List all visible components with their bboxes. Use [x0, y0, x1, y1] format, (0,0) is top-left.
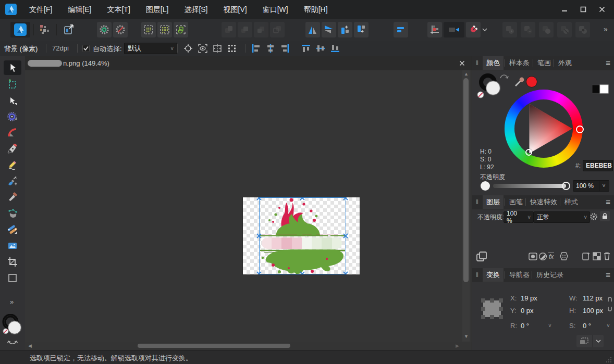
designer-persona-button[interactable] [10, 22, 30, 37]
auto-select-checkbox[interactable] [82, 45, 90, 52]
menu-select[interactable]: 选择[S] [182, 0, 210, 19]
snapping-button[interactable] [466, 22, 481, 37]
link-dimensions-icon[interactable] [607, 297, 612, 311]
boolean-add-button[interactable] [502, 22, 517, 37]
close-button[interactable] [594, 3, 610, 16]
fill-tool[interactable] [4, 206, 21, 221]
menu-view[interactable]: 视图[V] [222, 0, 249, 19]
transform-origin-toggle-icon[interactable] [183, 44, 193, 53]
menu-text[interactable]: 文本[T] [105, 0, 132, 19]
scroll-left-icon[interactable]: ◀ [28, 343, 32, 348]
point-transform-tool[interactable] [4, 109, 21, 124]
adjustment-layer-icon[interactable] [538, 252, 547, 261]
selection-box-toggle[interactable] [444, 22, 464, 37]
panel-grip-icon[interactable]: ‖ [476, 198, 479, 206]
boolean-combine-button[interactable] [575, 22, 590, 37]
move-to-front-button[interactable] [222, 22, 236, 37]
pen-tool[interactable] [4, 142, 21, 156]
lock-layer-button[interactable] [600, 211, 610, 221]
tab-styles[interactable]: 样式 [561, 195, 582, 209]
knife-tool[interactable] [4, 190, 21, 205]
resize-grip-icon[interactable] [606, 357, 612, 363]
document-tab-title[interactable]: n.png (149.4%) [63, 59, 109, 67]
add-layer-icon[interactable] [582, 252, 591, 261]
auto-select-dropdown[interactable]: 默认 ˅ [124, 43, 177, 54]
blend-options-gear-icon[interactable] [590, 212, 598, 221]
tab-quick-fx[interactable]: 快速特效 [526, 195, 561, 209]
live-filter-icon[interactable] [559, 252, 569, 261]
tab-appearance[interactable]: 外观 [555, 56, 575, 70]
export-persona-button[interactable] [59, 22, 78, 37]
color-picker-icon[interactable] [514, 76, 525, 87]
move-backward-button[interactable] [254, 22, 268, 37]
tab-transform[interactable]: 变换 [483, 268, 504, 282]
y-value[interactable]: 0 px [521, 307, 534, 315]
hue-ring-selector[interactable] [576, 125, 584, 133]
scroll-right-icon[interactable]: ▶ [456, 343, 459, 348]
panel-grip-icon[interactable]: ‖ [476, 271, 479, 279]
add-mask-checker-icon[interactable] [593, 252, 601, 260]
anchor-point-selector[interactable] [481, 298, 503, 319]
rotate-ccw-button[interactable] [338, 22, 352, 37]
flip-vertical-button[interactable] [322, 22, 336, 37]
transform-separately-toggle-icon[interactable] [213, 44, 222, 53]
hide-selection-toggle-icon[interactable] [198, 44, 207, 53]
opacity-value-box[interactable]: 100 % [573, 180, 602, 192]
triangle-selector[interactable] [525, 149, 532, 156]
scroll-down-icon[interactable]: ▼ [464, 334, 469, 339]
s-dropdown-chevron[interactable]: ˅ [603, 323, 610, 329]
opacity-slider-track[interactable] [493, 184, 566, 188]
swap-colors-icon[interactable] [7, 340, 18, 346]
minimize-button[interactable] [557, 3, 572, 16]
menu-file[interactable]: 文件[F] [27, 0, 54, 19]
panel-grip-icon[interactable]: ‖ [476, 59, 479, 67]
tab-layers[interactable]: 图层 [483, 195, 504, 209]
boolean-subtract-button[interactable] [521, 22, 535, 37]
hue-wheel[interactable] [505, 90, 583, 168]
boolean-divide-button[interactable] [557, 22, 572, 37]
document-tab-close-icon[interactable] [459, 60, 465, 66]
layer-effects-icon[interactable]: fx [548, 252, 558, 261]
transform-mode-chevron[interactable] [593, 335, 604, 347]
opacity-slider-handle[interactable] [562, 182, 570, 190]
layers-opacity-dropdown[interactable]: 100 %˅ [504, 211, 534, 223]
black-white-swatch[interactable] [592, 84, 609, 94]
move-to-back-button[interactable] [270, 22, 285, 37]
blend-mode-dropdown[interactable]: 正常˅ [534, 211, 590, 223]
boolean-intersect-button[interactable] [539, 22, 554, 37]
align-bottom-icon[interactable] [330, 44, 340, 53]
fill-stroke-swatches[interactable] [2, 314, 24, 339]
tab-swatches[interactable]: 样本条 [506, 56, 533, 70]
maximize-button[interactable] [575, 3, 591, 16]
node-tool[interactable] [4, 94, 21, 108]
tab-stroke[interactable]: 笔画 [534, 56, 555, 70]
w-value[interactable]: 112 px [583, 294, 603, 302]
move-forward-button[interactable] [238, 22, 252, 37]
pixel-persona-button[interactable] [35, 22, 53, 37]
x-value[interactable]: 19 px [521, 294, 537, 302]
show-handles-toggle-icon[interactable] [227, 44, 237, 53]
snapping-dropdown-chevron[interactable] [481, 22, 489, 37]
gear-settings-button[interactable] [97, 22, 112, 37]
align-center-horizontal-icon[interactable] [266, 44, 275, 53]
horizontal-scrollbar[interactable]: ◀ ▶ [25, 342, 472, 350]
transparency-tool[interactable] [4, 222, 21, 237]
tab-color[interactable]: 颜色 [483, 56, 504, 70]
pixel-selection-button[interactable] [141, 22, 156, 37]
menu-edit[interactable]: 编辑[E] [66, 0, 93, 19]
align-left-icon[interactable] [251, 44, 261, 53]
place-image-tool[interactable] [4, 239, 21, 253]
h-value[interactable]: 100 px [583, 307, 603, 315]
opacity-slider-start-button[interactable] [481, 181, 490, 191]
mask-layer-icon[interactable] [529, 252, 537, 261]
vector-brush-tool[interactable] [4, 174, 21, 189]
menu-layer[interactable]: 图层[L] [144, 0, 171, 19]
panel-menu-icon[interactable]: ≡ [606, 271, 610, 279]
tab-navigator[interactable]: 导航器 [506, 268, 533, 282]
swap-fill-stroke-icon[interactable] [499, 72, 509, 80]
rectangle-tool[interactable] [4, 271, 21, 285]
vertical-scrollbar-thumb[interactable] [463, 78, 469, 282]
vertical-scrollbar[interactable]: ▲ ▼ [462, 70, 470, 342]
transform-mode-button[interactable] [576, 335, 592, 347]
move-tool[interactable] [4, 60, 21, 75]
